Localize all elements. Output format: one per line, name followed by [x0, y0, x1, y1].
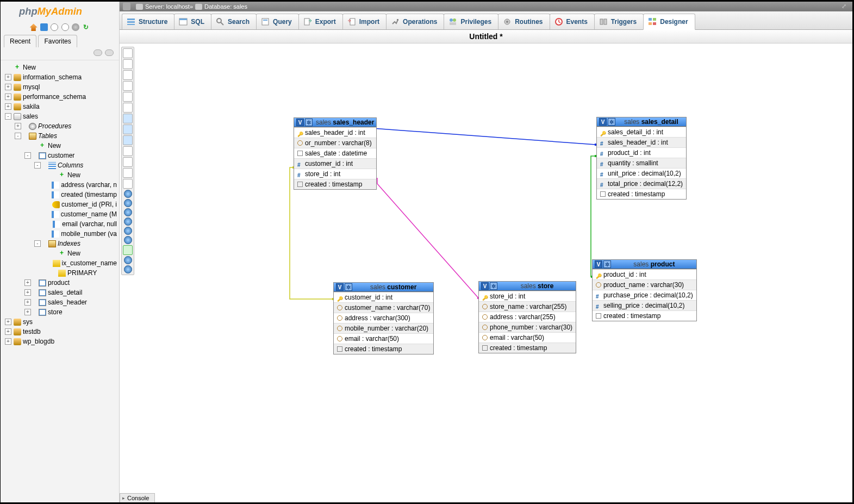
help-icon[interactable]: [61, 23, 69, 31]
designer-tool-6[interactable]: [123, 114, 133, 123]
tree-item[interactable]: +store: [1, 307, 119, 317]
tree-item[interactable]: address (varchar, n: [1, 180, 119, 190]
tree-item[interactable]: +information_schema: [1, 72, 119, 82]
tree-expand-icon[interactable]: +: [24, 289, 31, 296]
designer-tool-7[interactable]: [123, 125, 133, 134]
reload-icon[interactable]: ↻: [82, 23, 90, 31]
table-column[interactable]: created : timestamp: [334, 344, 433, 354]
table-collapse-icon[interactable]: V: [599, 118, 607, 126]
table-collapse-icon[interactable]: V: [296, 119, 304, 126]
tree-item[interactable]: +sales_detail: [1, 288, 119, 297]
table-product[interactable]: V✲sales productproduct_id : intproduct_n…: [592, 259, 697, 321]
tab-operations[interactable]: Operations: [386, 14, 444, 29]
tree-item[interactable]: +wp_blogdb: [1, 337, 119, 346]
tree-item[interactable]: +testdb: [1, 327, 119, 337]
table-column[interactable]: sales_header_id : int: [597, 137, 686, 147]
designer-tool-8[interactable]: [123, 135, 133, 145]
designer-tool-14[interactable]: [124, 199, 132, 207]
table-header[interactable]: V✲sales store: [479, 282, 576, 291]
tab-privileges[interactable]: Privileges: [444, 14, 498, 29]
tab-triggers[interactable]: Triggers: [594, 14, 644, 29]
tree-item[interactable]: customer_id (PRI, i: [1, 200, 119, 209]
tree-expand-icon[interactable]: +: [15, 123, 21, 129]
table-column[interactable]: customer_name : varchar(70): [334, 302, 433, 313]
relation-line[interactable]: [373, 128, 596, 145]
designer-tool-11[interactable]: [123, 168, 133, 178]
table-column[interactable]: email : varchar(50): [334, 333, 433, 344]
logout-icon[interactable]: [40, 23, 48, 31]
table-column[interactable]: mobile_number : varchar(20): [334, 323, 433, 333]
tree-expand-icon[interactable]: +: [5, 103, 11, 110]
table-sales_header[interactable]: V✲sales sales_headersales_header_id : in…: [294, 117, 377, 190]
tree-item[interactable]: created (timestamp: [1, 190, 119, 200]
tree-expand-icon[interactable]: +: [24, 299, 31, 306]
breadcrumb-database[interactable]: Database: sales: [204, 3, 247, 10]
table-column[interactable]: unit_price : decimal(10,2): [597, 168, 686, 178]
tab-events[interactable]: Events: [550, 14, 595, 29]
table-column[interactable]: created : timestamp: [479, 343, 576, 353]
tab-export[interactable]: Export: [298, 14, 343, 29]
table-column[interactable]: customer_id : int: [334, 292, 433, 302]
table-column[interactable]: store_id : int: [294, 169, 376, 179]
table-column[interactable]: created : timestamp: [593, 310, 696, 321]
tree-item[interactable]: +performance_schema: [1, 92, 119, 102]
table-customer[interactable]: V✲sales customercustomer_id : intcustome…: [333, 282, 434, 354]
tab-designer[interactable]: Designer: [643, 14, 695, 30]
tree-item[interactable]: New: [1, 141, 119, 151]
tree-item[interactable]: mobile_number (va: [1, 229, 119, 239]
designer-tool-3[interactable]: [123, 81, 133, 91]
table-header[interactable]: V✲sales product: [593, 260, 696, 269]
collapse-all-icon[interactable]: [93, 49, 102, 56]
table-column[interactable]: customer_id : int: [294, 158, 376, 169]
tree-expand-icon[interactable]: +: [5, 94, 11, 100]
designer-tool-21[interactable]: [124, 265, 132, 273]
tree-expand-icon[interactable]: -: [15, 133, 21, 139]
designer-canvas[interactable]: V✲sales sales_headersales_header_id : in…: [120, 43, 852, 502]
tab-sql[interactable]: SQL: [174, 14, 211, 29]
table-column[interactable]: email : varchar(50): [479, 332, 576, 343]
tree-item[interactable]: New: [1, 63, 119, 72]
table-collapse-icon[interactable]: V: [481, 282, 489, 290]
designer-tool-5[interactable]: [123, 103, 133, 113]
settings-icon[interactable]: [72, 23, 79, 31]
tree-item[interactable]: ix_customer_name: [1, 258, 119, 268]
tab-routines[interactable]: Routines: [498, 14, 550, 29]
tree-item[interactable]: -Columns: [1, 160, 119, 170]
tab-structure[interactable]: Structure: [122, 14, 174, 29]
designer-tool-12[interactable]: [123, 179, 133, 189]
table-column[interactable]: total_price : decimal(12,2): [597, 178, 686, 189]
tree-item[interactable]: -customer: [1, 151, 119, 160]
link-icon[interactable]: [105, 49, 114, 56]
breadcrumb-close-icon[interactable]: ⤢: [841, 3, 849, 10]
tree-item[interactable]: -Tables: [1, 131, 119, 141]
table-column[interactable]: sales_date : datetime: [294, 148, 376, 158]
table-sales_detail[interactable]: V✲sales sales_detailsales_detail_id : in…: [596, 117, 687, 200]
table-column[interactable]: or_number : varchar(8): [294, 138, 376, 148]
table-header[interactable]: V✲sales sales_header: [294, 118, 376, 127]
tree-item[interactable]: New: [1, 170, 119, 180]
table-header[interactable]: V✲sales customer: [334, 283, 433, 292]
tree-item[interactable]: +sys: [1, 317, 119, 327]
designer-tool-18[interactable]: [124, 236, 132, 244]
tab-query[interactable]: Query: [256, 14, 299, 29]
table-column[interactable]: store_name : varchar(255): [479, 301, 576, 312]
tree-expand-icon[interactable]: +: [5, 338, 11, 345]
table-column[interactable]: selling_price : decimal(10,2): [593, 300, 696, 310]
favorites-tab[interactable]: Favorites: [38, 35, 77, 47]
designer-tool-16[interactable]: [124, 217, 132, 226]
table-column[interactable]: sales_header_id : int: [294, 127, 376, 138]
table-collapse-icon[interactable]: V: [595, 260, 602, 268]
tree-item[interactable]: +Procedures: [1, 121, 119, 131]
designer-tool-10[interactable]: [123, 157, 133, 167]
designer-tool-20[interactable]: [124, 256, 132, 264]
table-column[interactable]: purchase_price : decimal(10,2): [593, 290, 696, 300]
logo[interactable]: phpMyAdmin: [1, 2, 119, 22]
table-column[interactable]: created : timestamp: [597, 189, 686, 199]
tree-expand-icon[interactable]: +: [5, 84, 11, 90]
table-options-icon[interactable]: ✲: [603, 260, 611, 268]
designer-tool-2[interactable]: [123, 70, 133, 80]
recent-tab[interactable]: Recent: [4, 35, 36, 47]
table-options-icon[interactable]: ✲: [490, 282, 497, 290]
table-options-icon[interactable]: ✲: [608, 118, 615, 126]
table-options-icon[interactable]: ✲: [305, 119, 313, 126]
